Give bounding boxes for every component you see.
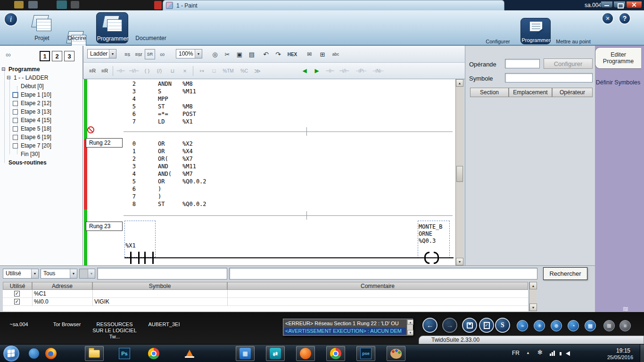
tree-item-etape1[interactable]: Etape 1 [10] <box>21 91 51 98</box>
language-select[interactable]: Ladder ▼ <box>87 49 116 58</box>
previous-rung-icon[interactable]: ◀ <box>299 66 310 76</box>
desktop-shortcut-sa004[interactable]: ~sa.004 <box>1 321 37 328</box>
desktop-shortcut-aubert[interactable]: AUBERT_3EI <box>141 321 187 328</box>
paste-icon[interactable]: ▤ <box>247 49 257 59</box>
more-blocks-icon[interactable]: ≫ <box>252 66 263 76</box>
table-row[interactable]: ✓ %C1 <box>3 290 528 298</box>
page-button-1[interactable]: 1 <box>40 51 50 61</box>
insert-step-icon[interactable]: ≡s <box>122 49 132 59</box>
rung-label[interactable]: Rung 23 <box>86 222 123 231</box>
column-operateur-button[interactable]: Opérateur <box>552 88 593 97</box>
tree-item-etape3[interactable]: Etape 3 [13] <box>21 108 51 115</box>
scrollbar-thumb[interactable] <box>456 166 463 182</box>
coil-negated-icon[interactable]: (/) <box>154 66 165 76</box>
contact-symbol[interactable] <box>144 252 154 264</box>
taskbar-icon-firefox[interactable] <box>41 346 60 361</box>
hex-toggle-button[interactable]: HEX <box>285 49 299 59</box>
nav-configurer[interactable]: Configurer <box>481 39 515 44</box>
nav-projet[interactable]: Projet <box>28 35 56 41</box>
insert-step-sr-icon[interactable]: ≡sr <box>133 49 144 59</box>
scroll-up-icon[interactable]: ▲ <box>529 282 537 289</box>
add-rung-before-icon[interactable]: ≡R <box>99 66 110 76</box>
timer-block-button[interactable]: %TM <box>221 66 235 76</box>
scope-filter-select[interactable]: Tous ▼ <box>41 269 77 279</box>
contact-symbol[interactable] <box>130 252 140 264</box>
code-line[interactable]: 3S%M11 <box>113 88 196 95</box>
restore-button[interactable] <box>613 1 626 8</box>
add-rung-icon[interactable]: ≡R <box>87 66 98 76</box>
tree-item-fin[interactable]: Fin [30] <box>21 151 40 157</box>
copy-icon[interactable]: ▣ <box>234 49 245 59</box>
scroll-down-icon[interactable]: ▼ <box>456 258 463 265</box>
paint-window-titlebar[interactable]: 1 - Paint <box>163 0 504 10</box>
symbol-input[interactable] <box>505 73 593 82</box>
nav-programmer-selected[interactable]: Programmer <box>96 12 128 43</box>
tray-expand-icon[interactable]: ▲ <box>526 351 530 355</box>
tree-expander-icon[interactable]: ⊟ <box>7 75 10 80</box>
contact-closed-icon[interactable]: ⊣/⊢ <box>129 66 139 76</box>
popup-scrollbar[interactable]: ▲ ▼ <box>407 320 413 335</box>
pdf-file-icon[interactable] <box>154 1 162 9</box>
code-line[interactable]: 0OR%X2 <box>113 140 193 147</box>
rechercher-button[interactable]: Rechercher <box>543 267 587 280</box>
search-comment-input[interactable] <box>229 268 537 280</box>
step-icon[interactable] <box>13 92 18 98</box>
desktop-shortcut-ressources[interactable]: RESSOURCES SUR LE LOGICIEL Tw... <box>91 321 139 340</box>
check-program-button[interactable]: ✓ <box>479 318 494 333</box>
tab-definir-symboles[interactable]: Définir Symboles <box>595 73 641 92</box>
code-line[interactable]: 3AND%M11 <box>113 163 196 170</box>
scroll-down-icon[interactable]: ▼ <box>407 330 413 335</box>
step-icon[interactable] <box>13 118 18 123</box>
comment-icon[interactable]: ✉ <box>304 49 314 59</box>
scroll-up-icon[interactable]: ▲ <box>407 320 413 325</box>
used-filter-select[interactable]: Utilisé ▼ <box>3 269 39 279</box>
ladder-editor-canvas[interactable]: 2ANDN%M8 3S%M11 4MPP 5ST%M8 6=*=POST 7LD… <box>83 79 455 265</box>
grid-abc-icon[interactable]: abc <box>330 49 341 59</box>
coil-symbol-left[interactable] <box>424 252 429 264</box>
tool-button-4[interactable]: ◔ <box>568 320 579 331</box>
tab-editer-programme[interactable]: Editer Programme <box>595 47 641 69</box>
col-header-utilise[interactable]: Utilisé <box>3 282 32 290</box>
nav-programmer2-selected[interactable]: Programmer <box>520 18 551 44</box>
table-scrollbar[interactable]: ▲ ▼ <box>529 282 537 311</box>
code-line[interactable]: 1OR%X4 <box>113 148 193 155</box>
operate-block-icon[interactable]: □ <box>209 66 219 76</box>
tree-item-etape5[interactable]: Etape 5 [18] <box>21 125 51 132</box>
taskbar-icon-pse[interactable]: pse <box>356 346 375 361</box>
code-line[interactable]: 5OR%Q0.0.2 <box>113 178 206 185</box>
tree-expander-icon[interactable]: ⊟ <box>1 66 5 72</box>
code-line[interactable]: 2OR(%X7 <box>113 156 193 162</box>
help-button[interactable]: ? <box>619 12 631 25</box>
tray-clock-time[interactable]: 19:15 <box>610 347 636 354</box>
contact-rising-icon[interactable]: ⊣P⊢ <box>354 66 368 76</box>
step-icon[interactable] <box>13 109 18 115</box>
error-line[interactable]: <ERREUR> Réseau Section 1 Rung 22 : 'LD'… <box>284 320 406 327</box>
undo-icon[interactable]: ↶ <box>261 49 271 59</box>
coil-icon[interactable]: ( ) <box>142 66 152 76</box>
nav-documenter[interactable]: Documenter <box>134 35 167 41</box>
nav-decrire[interactable]: Décrire <box>63 35 91 41</box>
nav-mettre-au-point[interactable]: Mettre au point <box>552 39 595 44</box>
connection-status-icon[interactable]: ✕ <box>602 12 614 25</box>
used-checkbox[interactable]: ✓ <box>14 299 20 304</box>
used-checkbox[interactable]: ✓ <box>14 291 20 296</box>
tree-item-ladder[interactable]: 1 - - LADDER <box>14 74 48 81</box>
start-button[interactable] <box>3 345 20 362</box>
tray-clock-date[interactable]: 25/05/2016 <box>607 354 638 360</box>
column-emplacement-button[interactable]: Emplacement <box>509 88 552 97</box>
zoom-select[interactable]: 100% ▼ <box>176 49 202 58</box>
code-line[interactable]: 2ANDN%M8 <box>113 81 193 87</box>
tree-item-etape2[interactable]: Etape 2 [12] <box>21 100 51 107</box>
tree-item-sous-routines[interactable]: Sous-routines <box>8 159 47 166</box>
projet-icon[interactable] <box>32 15 52 31</box>
column-section-button[interactable]: Section <box>470 88 509 97</box>
find-icon[interactable]: ◎ <box>210 49 220 59</box>
table-row[interactable]: ✓ %I0.0 VIGIK <box>3 298 528 306</box>
code-line[interactable]: 7LD%X1 <box>113 118 193 125</box>
configurer-button[interactable]: Configurer <box>544 58 593 69</box>
taskbar-icon-twidosuite[interactable]: ⇄ <box>266 346 285 361</box>
tree-item-etape7[interactable]: Etape 7 [20] <box>21 142 51 149</box>
tree-item-etape4[interactable]: Etape 4 [15] <box>21 117 51 123</box>
tool-button-5[interactable]: ▦ <box>585 320 596 331</box>
cut-icon[interactable]: ✂ <box>222 49 232 59</box>
